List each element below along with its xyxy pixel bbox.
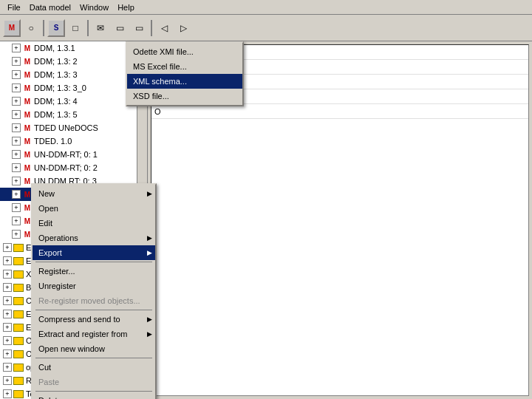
m-icon: M (22, 151, 33, 159)
folder-icon (13, 377, 24, 385)
toolbar-circle-button[interactable]: ○ (22, 19, 40, 37)
m-icon: M (22, 44, 33, 52)
expand-icon: + (12, 216, 21, 225)
folder-icon (13, 390, 24, 398)
expand-icon: + (3, 336, 12, 345)
toolbar-forward-button[interactable]: ▷ (174, 19, 192, 37)
toolbar-rect2-button[interactable]: ▭ (130, 19, 148, 37)
export-xml-schema[interactable]: XML schema... (127, 74, 242, 89)
folder-icon (13, 310, 24, 318)
menu-item-label: Odette XMI file... (133, 47, 194, 56)
menu-help[interactable]: Help (113, 1, 139, 13)
menu-separator (35, 262, 152, 262)
tree-item[interactable]: + M UN-DDM-RT; 0: 2 (0, 161, 147, 174)
m-icon: M (22, 98, 33, 106)
context-menu-unregister[interactable]: Unregister (33, 279, 155, 293)
context-menu-compress-send[interactable]: Compress and send to ▶ (33, 312, 155, 327)
folder-icon (13, 350, 24, 358)
node-label: DDM; 1.3: 3 (34, 70, 78, 79)
menu-item-label: Export (38, 248, 62, 257)
folder-icon (13, 297, 24, 305)
toolbar-back-button[interactable]: ◁ (155, 19, 173, 37)
menu-file[interactable]: File (3, 1, 25, 13)
context-menu-operations[interactable]: Operations ▶ (33, 231, 155, 245)
menu-datamodel[interactable]: Data model (25, 1, 75, 13)
menu-item-label: Open new window (38, 344, 105, 353)
expand-icon: + (12, 110, 21, 119)
context-menu-open[interactable]: Open (33, 201, 155, 216)
menu-separator (35, 358, 152, 358)
context-menu-export[interactable]: Export ▶ (33, 245, 155, 260)
expand-icon: + (3, 323, 12, 332)
node-label: DDM, 1.3.1 (34, 44, 75, 52)
expand-icon: + (3, 283, 12, 292)
m-icon: M (22, 111, 33, 119)
menu-item-label: Edit (38, 219, 52, 228)
tree-item[interactable]: + M DDM; 1.3: 5 (0, 108, 147, 121)
expand-icon: + (3, 270, 12, 279)
context-menu-paste: Paste (33, 375, 155, 389)
toolbar-s-button[interactable]: S (47, 19, 65, 37)
menu-item-label: Open (38, 204, 58, 213)
menu-item-label: MS Excel file... (133, 62, 187, 71)
folder-icon (13, 364, 24, 372)
expand-icon: + (3, 256, 12, 265)
m-icon: M (22, 137, 33, 146)
right-panel-cell: O (154, 107, 161, 116)
context-menu-edit[interactable]: Edit (33, 216, 155, 231)
export-xsd-file[interactable]: XSD file... (127, 89, 242, 103)
expand-icon: + (12, 150, 21, 159)
toolbar-sep2 (87, 20, 89, 36)
tree-item[interactable]: + M TDED UNeDOCS (0, 121, 147, 134)
export-ms-excel[interactable]: MS Excel file... (127, 59, 242, 74)
node-label: DDM; 1.3: 3_0 (34, 83, 86, 92)
submenu-arrow: ▶ (147, 316, 152, 323)
expand-icon: + (12, 70, 21, 79)
node-label: TDED. 1.0 (34, 137, 72, 146)
folder-icon (13, 337, 24, 345)
toolbar-envelope-button[interactable]: ✉ (92, 19, 109, 37)
context-menu-delete[interactable]: Delete (33, 393, 155, 399)
context-menu-register[interactable]: Register... (33, 264, 155, 279)
menu-item-label: Operations (38, 233, 78, 242)
expand-icon: + (12, 137, 21, 146)
expand-icon: + (3, 389, 12, 398)
node-label: DDM; 1.3: 4 (34, 97, 78, 106)
context-menu-reregister: Re-register moved objects... (33, 293, 155, 308)
expand-icon: + (3, 296, 12, 305)
expand-icon: + (12, 57, 21, 66)
m-icon: M (22, 84, 33, 92)
right-panel-row: O (151, 104, 528, 119)
export-submenu: Odette XMI file... MS Excel file... XML … (126, 41, 244, 106)
folder-icon (13, 284, 24, 292)
expand-icon: + (12, 83, 21, 92)
context-menu: New ▶ Open Edit Operations ▶ Export ▶ Re… (31, 183, 157, 399)
context-menu-cut[interactable]: Cut (33, 360, 155, 375)
expand-icon: + (12, 97, 21, 106)
expand-icon: + (12, 177, 21, 185)
tree-item[interactable]: + M TDED. 1.0 (0, 134, 147, 148)
expand-icon: + (3, 310, 12, 318)
node-label: UN-DDM-RT; 0: 1 (34, 150, 98, 159)
tree-item[interactable]: + M UN-DDM-RT; 0: 1 (0, 148, 147, 161)
menu-separator (35, 391, 152, 392)
toolbar-square-button[interactable]: □ (66, 19, 84, 37)
context-menu-extract-register[interactable]: Extract and register from ▶ (33, 327, 155, 341)
menu-window[interactable]: Window (75, 1, 113, 13)
submenu-arrow: ▶ (147, 190, 152, 197)
toolbar-m-button[interactable]: M (3, 19, 21, 37)
expand-icon: + (3, 243, 12, 252)
expand-icon: + (12, 123, 21, 132)
menu-item-label: Unregister (38, 282, 76, 290)
context-menu-open-window[interactable]: Open new window (33, 341, 155, 356)
toolbar-rect1-button[interactable]: ▭ (111, 19, 129, 37)
menu-item-label: Extract and register from (38, 330, 127, 338)
context-menu-new[interactable]: New ▶ (33, 186, 155, 201)
expand-icon: + (3, 363, 12, 372)
export-odette-xmi[interactable]: Odette XMI file... (127, 44, 242, 59)
toolbar: M ○ S □ ✉ ▭ ▭ ◁ ▷ (0, 15, 532, 41)
folder-icon (13, 244, 24, 252)
expand-icon: + (12, 190, 21, 199)
toolbar-sep3 (151, 20, 152, 36)
expand-icon: + (3, 376, 12, 385)
